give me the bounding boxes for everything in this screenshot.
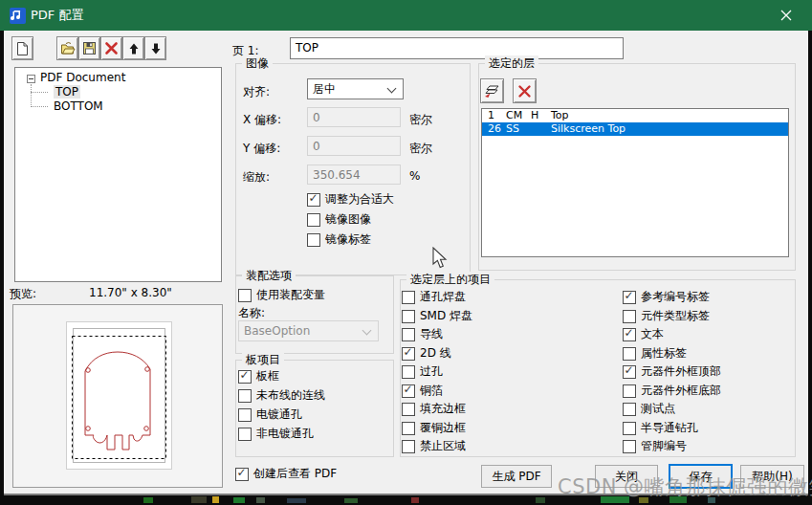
tree-item-label: BOTTOM: [54, 99, 103, 113]
checkbox-label: 文本: [641, 326, 664, 342]
generate-pdf-button[interactable]: 生成 PDF: [481, 465, 552, 488]
checkbox-ref-designator-labels[interactable]: 参考编号标签: [623, 290, 710, 304]
checkbox-component-outlines-top[interactable]: 元器件外框顶部: [623, 364, 721, 379]
layer-row-selected[interactable]: 26 SS Silkscreen Top: [482, 122, 788, 136]
save-button[interactable]: 保存: [669, 464, 733, 489]
checkbox-box[interactable]: [623, 291, 636, 304]
checkbox-box[interactable]: [623, 440, 636, 453]
checkbox-box[interactable]: [623, 422, 636, 435]
move-down-button[interactable]: [144, 36, 166, 60]
checkbox-box[interactable]: [402, 347, 415, 361]
checkbox-box[interactable]: [623, 365, 636, 379]
save-button-toolbar[interactable]: [78, 36, 100, 60]
checkbox-label: SMD 焊盘: [420, 308, 472, 324]
checkbox-box[interactable]: [238, 289, 252, 302]
selected-layers-title: 选定的层: [485, 55, 538, 72]
checkbox-box[interactable]: [623, 310, 636, 323]
checkbox-2d-lines[interactable]: 2D 线: [402, 346, 451, 361]
checkbox-plated-holes[interactable]: 电镀通孔: [238, 407, 302, 422]
checkbox-box[interactable]: [623, 403, 636, 416]
checkbox-box[interactable]: [235, 468, 249, 481]
checkbox-box[interactable]: [623, 347, 636, 361]
checkbox-pour-outlines[interactable]: 覆铜边框: [402, 421, 466, 435]
checkbox-label: 使用装配变量: [256, 287, 325, 303]
checkbox-pin-numbers[interactable]: 管脚编号: [623, 439, 687, 453]
checkbox-test-points[interactable]: 测试点: [623, 402, 675, 416]
tree-collapse-icon[interactable]: [27, 75, 35, 83]
background-app-fragment: [601, 496, 629, 503]
checkbox-traces[interactable]: 导线: [402, 327, 443, 341]
remove-layer-button[interactable]: [513, 78, 537, 103]
checkbox-box[interactable]: [307, 213, 320, 227]
checkbox-half-plated-drills[interactable]: 半导通钻孔: [623, 421, 698, 435]
x-offset-input[interactable]: 0: [307, 107, 401, 127]
delete-x-icon: [517, 84, 532, 99]
background-app-fragment: [639, 497, 648, 503]
checkbox-fit-to-size[interactable]: 调整为合适大: [307, 192, 394, 207]
tree-item-bottom[interactable]: BOTTOM: [54, 99, 103, 113]
tree-root-pdf-document[interactable]: PDF Document: [40, 71, 125, 84]
page-name-input[interactable]: TOP: [290, 37, 624, 59]
variant-name-select[interactable]: BaseOption: [238, 320, 379, 341]
new-page-button[interactable]: [11, 36, 33, 60]
layers-icon: [484, 83, 500, 99]
checkbox-use-assembly-variant[interactable]: 使用装配变量: [238, 288, 325, 302]
variant-name-label: 名称:: [238, 305, 265, 321]
checkbox-smd-pads[interactable]: SMD 焊盘: [402, 309, 472, 323]
checkbox-mirror-labels[interactable]: 镜像标签: [307, 232, 371, 247]
help-button[interactable]: 帮助(H): [740, 465, 804, 488]
y-offset-label: Y 偏移:: [243, 141, 280, 157]
checkbox-box[interactable]: [402, 291, 415, 304]
checkbox-box[interactable]: [402, 384, 415, 398]
checkbox-box[interactable]: [623, 328, 636, 341]
move-up-button[interactable]: [122, 36, 144, 60]
layers-list[interactable]: 1 CM H Top 26 SS Silkscreen Top: [481, 108, 789, 257]
checkbox-label: 元器件外框底部: [641, 383, 721, 399]
checkbox-through-hole-pads[interactable]: 通孔焊盘: [402, 290, 466, 304]
checkbox-box[interactable]: [402, 310, 415, 323]
checkbox-box[interactable]: [402, 422, 415, 435]
delete-page-button[interactable]: [100, 36, 122, 60]
checkbox-label: 属性标签: [641, 345, 687, 362]
checkbox-box[interactable]: [402, 440, 415, 453]
checkbox-box[interactable]: [623, 384, 636, 398]
checkbox-box[interactable]: [402, 328, 415, 341]
app-icon: [10, 8, 26, 24]
background-app-fragment: [287, 498, 306, 503]
checkbox-box[interactable]: [402, 365, 415, 379]
y-offset-input[interactable]: 0: [307, 136, 401, 156]
page-tree[interactable]: PDF Document TOP BOTTOM: [14, 67, 222, 282]
align-select[interactable]: 居中: [307, 78, 404, 99]
checkbox-part-type-labels[interactable]: 元件类型标签: [623, 309, 710, 323]
close-dialog-button[interactable]: 关闭: [595, 465, 658, 488]
layer-row[interactable]: 1 CM H Top: [482, 109, 788, 122]
checkbox-view-pdf-after-creation[interactable]: 创建后查看 PDF: [235, 467, 337, 481]
tree-item-top[interactable]: TOP: [54, 85, 80, 99]
checkbox-box[interactable]: [238, 408, 252, 422]
checkbox-component-outlines-bottom[interactable]: 元器件外框底部: [623, 384, 721, 398]
checkbox-unrouted-connections[interactable]: 未布线的连线: [238, 388, 325, 403]
board-items-title: 板项目: [242, 352, 284, 368]
checkbox-mirror-image[interactable]: 镜像图像: [307, 212, 371, 227]
checkbox-vias[interactable]: 过孔: [402, 364, 443, 379]
scale-input[interactable]: 350.654: [307, 165, 401, 185]
checkbox-box[interactable]: [238, 428, 252, 441]
checkbox-nonplated-holes[interactable]: 非电镀通孔: [238, 427, 314, 441]
chevron-down-icon: [387, 84, 397, 94]
layer-num: 1: [488, 109, 494, 122]
close-button[interactable]: [768, 0, 804, 31]
checkbox-attribute-labels[interactable]: 属性标签: [623, 346, 687, 361]
checkbox-box[interactable]: [307, 233, 320, 247]
open-button[interactable]: [56, 36, 78, 60]
checkbox-box[interactable]: [307, 193, 320, 207]
checkbox-copper[interactable]: 铜箔: [402, 384, 443, 398]
checkbox-box[interactable]: [238, 370, 252, 384]
checkbox-fill-outlines[interactable]: 填充边框: [402, 402, 466, 416]
checkbox-text[interactable]: 文本: [623, 327, 664, 341]
checkbox-board-outline[interactable]: 板框: [238, 369, 279, 384]
add-layers-button[interactable]: [480, 78, 504, 103]
checkbox-box[interactable]: [402, 403, 415, 416]
checkbox-keepout-areas[interactable]: 禁止区域: [402, 439, 466, 453]
checkbox-box[interactable]: [238, 389, 252, 403]
layer-num: 26: [488, 122, 501, 136]
